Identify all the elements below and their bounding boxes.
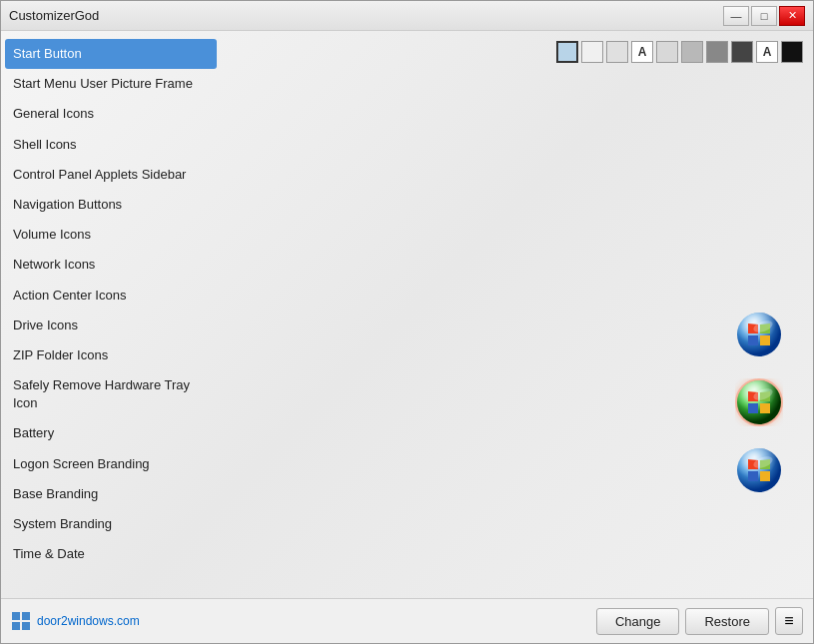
sidebar-item-navigation-buttons[interactable]: Navigation Buttons — [1, 190, 221, 220]
svg-point-5 — [737, 380, 781, 424]
swatch-black[interactable] — [781, 41, 803, 63]
minimize-button[interactable]: — — [723, 6, 749, 26]
svg-rect-11 — [22, 612, 30, 620]
restore-button[interactable]: Restore — [685, 608, 769, 635]
footer: door2windows.com Change Restore ≡ — [1, 598, 813, 643]
sidebar-item-start-menu-picture[interactable]: Start Menu User Picture Frame — [1, 69, 221, 99]
sidebar-item-network-icons[interactable]: Network Icons — [1, 250, 221, 280]
network-icons-orb[interactable] — [735, 311, 783, 358]
sidebar-item-logon-screen[interactable]: Logon Screen Branding — [1, 449, 221, 479]
swatch-text-a2[interactable]: A — [756, 41, 778, 63]
swatch-mid-light[interactable] — [656, 41, 678, 63]
maximize-button[interactable]: □ — [751, 6, 777, 26]
main-window: CustomizerGod — □ ✕ Start ButtonStart Me… — [0, 0, 814, 644]
svg-rect-10 — [12, 612, 20, 620]
svg-point-1 — [737, 313, 781, 356]
sidebar-item-control-panel[interactable]: Control Panel Applets Sidebar — [1, 160, 221, 190]
footer-logo-icon — [11, 611, 31, 631]
close-button[interactable]: ✕ — [779, 6, 805, 26]
window-title: CustomizerGod — [9, 8, 99, 23]
safely-remove-orb[interactable] — [735, 446, 783, 494]
main-content: AA — [221, 31, 813, 598]
content-area: Start ButtonStart Menu User Picture Fram… — [1, 31, 813, 598]
swatch-text-a[interactable]: A — [631, 41, 653, 63]
sidebar-item-start-button[interactable]: Start Button — [5, 39, 217, 69]
sidebar-item-zip-folder[interactable]: ZIP Folder Icons — [1, 340, 221, 370]
title-bar-buttons: — □ ✕ — [723, 6, 805, 26]
sidebar-item-base-branding[interactable]: Base Branding — [1, 479, 221, 509]
swatch-dark-mid[interactable] — [706, 41, 728, 63]
main-row: Start ButtonStart Menu User Picture Fram… — [1, 31, 813, 598]
sidebar: Start ButtonStart Menu User Picture Fram… — [1, 31, 221, 598]
swatch-light-blue[interactable] — [556, 41, 578, 63]
sidebar-item-drive-icons[interactable]: Drive Icons — [1, 311, 221, 340]
drive-icons-orb[interactable] — [735, 378, 783, 426]
sidebar-item-action-center[interactable]: Action Center Icons — [1, 281, 221, 311]
icon-stack — [735, 311, 783, 494]
title-bar: CustomizerGod — □ ✕ — [1, 1, 813, 31]
menu-button[interactable]: ≡ — [775, 607, 803, 635]
sidebar-item-time-date[interactable]: Time & Date — [1, 539, 221, 569]
footer-left: door2windows.com — [11, 611, 140, 631]
change-button[interactable]: Change — [596, 608, 680, 635]
sidebar-item-general-icons[interactable]: General Icons — [1, 99, 221, 129]
swatch-dark[interactable] — [731, 41, 753, 63]
footer-buttons: Change Restore ≡ — [596, 607, 803, 635]
svg-rect-13 — [22, 622, 30, 630]
swatch-mid[interactable] — [681, 41, 703, 63]
sidebar-item-shell-icons[interactable]: Shell Icons — [1, 130, 221, 160]
swatch-light-gray[interactable] — [606, 41, 628, 63]
sidebar-item-battery[interactable]: Battery — [1, 418, 221, 448]
footer-link[interactable]: door2windows.com — [37, 614, 140, 628]
sidebar-item-safely-remove[interactable]: Safely Remove Hardware Tray Icon — [1, 370, 221, 418]
svg-rect-12 — [12, 622, 20, 630]
swatch-white[interactable] — [581, 41, 603, 63]
sidebar-item-volume-icons[interactable]: Volume Icons — [1, 220, 221, 250]
svg-point-8 — [737, 448, 781, 492]
color-toolbar: AA — [556, 41, 803, 63]
sidebar-item-system-branding[interactable]: System Branding — [1, 509, 221, 539]
